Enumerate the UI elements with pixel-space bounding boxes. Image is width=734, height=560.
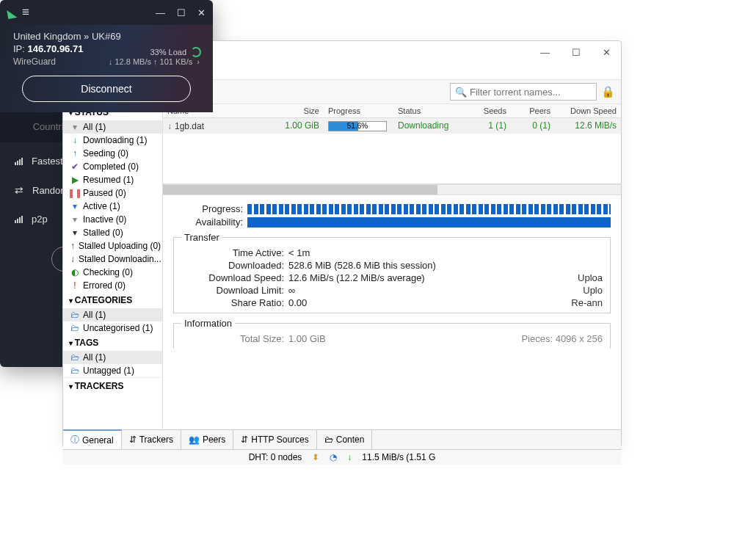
signal-icon [15, 158, 23, 165]
checking-icon: ◐ [70, 267, 79, 277]
col-size[interactable]: Size [276, 104, 324, 117]
category-all[interactable]: 🗁All (1) [63, 308, 162, 321]
sidebar-item-all[interactable]: ▾All (1) [63, 120, 162, 134]
vpn-logo-icon: ◣ [6, 5, 17, 21]
tab-general[interactable]: ⓘGeneral [63, 429, 122, 449]
filter-icon: ▾ [70, 214, 79, 225]
upload-icon: ↑ [70, 148, 79, 159]
disk-icon: ⬍ [312, 452, 319, 462]
download-icon: ↓ [347, 452, 352, 462]
col-peers[interactable]: Peers [511, 104, 555, 117]
col-progress[interactable]: Progress [324, 104, 393, 117]
download-icon: ↓ [70, 135, 79, 145]
tab-content[interactable]: 🗁Conten [317, 430, 373, 449]
transfer-legend: Transfer [181, 232, 222, 243]
torrent-list[interactable]: ↓1gb.dat 1.00 GiB 51.6% Downloading 1 (1… [163, 118, 621, 184]
check-icon: ✔ [70, 161, 79, 172]
col-status[interactable]: Status [393, 104, 467, 117]
pause-icon: ❚❚ [70, 188, 79, 198]
tag-all[interactable]: 🗁All (1) [63, 351, 162, 364]
section-trackers[interactable]: TRACKERS [63, 377, 162, 394]
torrent-row[interactable]: ↓1gb.dat 1.00 GiB 51.6% Downloading 1 (1… [163, 118, 621, 134]
upload-icon: ↑ [70, 241, 75, 251]
vpn-location: United Kingdom » UK#69 [13, 31, 200, 42]
hamburger-icon[interactable]: ≡ [22, 5, 29, 20]
download-speed: 11.5 MiB/s (1.51 G [362, 452, 435, 462]
folder-icon: 🗁 [70, 310, 79, 320]
play-icon: ▶ [70, 175, 79, 185]
http-icon: ⇵ [241, 434, 248, 445]
folder-icon: 🗁 [324, 434, 333, 445]
piece-progress-bar [247, 204, 611, 214]
vpn-close-button[interactable]: ✕ [197, 7, 206, 18]
filter-icon: ▾ [70, 122, 79, 132]
filter-icon: ▾ [70, 228, 79, 238]
section-tags[interactable]: TAGS [63, 335, 162, 351]
section-categories[interactable]: CATEGORIES [63, 292, 162, 308]
tag-untagged[interactable]: 🗁Untagged (1) [63, 364, 162, 377]
col-down[interactable]: Down Speed [555, 104, 621, 117]
vpn-hero: United Kingdom » UK#69 IP: 146.70.96.71 … [0, 25, 213, 112]
transfer-fieldset: Transfer Time Active:< 1m Downloaded:528… [173, 232, 611, 313]
load-ring-icon [191, 47, 201, 57]
shuffle-icon: ⇄ [15, 184, 23, 196]
vpn-load: 33% Load [150, 47, 201, 57]
status-bar: DHT: 0 nodes ⬍ ◔ ↓ 11.5 MiB/s (1.51 G [63, 449, 621, 465]
category-uncategorised[interactable]: 🗁Uncategorised (1) [63, 321, 162, 335]
progress-label: Progress: [173, 203, 243, 214]
search-icon: 🔍 [455, 87, 467, 98]
horizontal-scrollbar[interactable] [163, 184, 621, 194]
folder-icon: 🗁 [70, 352, 79, 363]
sidebar-item-checking[interactable]: ◐Checking (0) [63, 266, 162, 279]
search-box[interactable]: 🔍 [450, 83, 597, 101]
folder-icon: 🗁 [70, 323, 79, 333]
minimize-button[interactable]: — [536, 46, 554, 59]
vpn-protocol-row[interactable]: WireGuard ↓ 12.8 MB/s ↑ 101 KB/s › [13, 57, 200, 67]
detail-pane: Progress: Availability: Transfer Time Ac… [163, 194, 621, 429]
information-legend: Information [181, 318, 235, 329]
sidebar-item-stalled-up[interactable]: ↑Stalled Uploading (0) [63, 239, 162, 252]
vpn-titlebar: ◣ ≡ — ☐ ✕ [0, 0, 213, 25]
torrent-table-header: Name Size Progress Status Seeds Peers Do… [163, 104, 621, 118]
main-pane: Name Size Progress Status Seeds Peers Do… [163, 104, 621, 429]
maximize-button[interactable]: ☐ [567, 46, 585, 59]
tab-peers[interactable]: 👥Peers [181, 430, 233, 449]
signal-icon [15, 216, 23, 223]
sidebar-item-errored[interactable]: !Errored (0) [63, 279, 162, 292]
sidebar-item-downloading[interactable]: ↓Downloading (1) [63, 134, 162, 147]
sidebar-item-stalled[interactable]: ▾Stalled (0) [63, 226, 162, 239]
close-button[interactable]: ✕ [598, 46, 615, 59]
speed-icon: ◔ [330, 452, 337, 462]
filter-icon: ▾ [70, 201, 79, 211]
download-icon: ↓ [70, 254, 75, 264]
sidebar-item-stalled-down[interactable]: ↓Stalled Downloadin... [63, 252, 162, 266]
progress-bar: 51.6% [328, 121, 387, 131]
sidebar-item-inactive[interactable]: ▾Inactive (0) [63, 213, 162, 226]
information-fieldset: Information Total Size:1.00 GiBPieces: 4… [173, 318, 611, 349]
dht-status: DHT: 0 nodes [249, 452, 302, 462]
vpn-protocol: WireGuard [13, 57, 56, 67]
availability-label: Availability: [173, 217, 243, 228]
disconnect-button[interactable]: Disconnect [22, 76, 191, 102]
search-input[interactable] [470, 87, 593, 98]
col-seeds[interactable]: Seeds [467, 104, 511, 117]
vpn-speeds: ↓ 12.8 MB/s ↑ 101 KB/s › [109, 57, 200, 66]
sidebar[interactable]: STATUS ▾All (1) ↓Downloading (1) ↑Seedin… [63, 104, 163, 429]
tab-trackers[interactable]: ⇵Trackers [122, 430, 181, 449]
vpn-maximize-button[interactable]: ☐ [177, 7, 186, 18]
trackers-icon: ⇵ [129, 434, 137, 445]
vpn-minimize-button[interactable]: — [156, 7, 165, 18]
sidebar-item-seeding[interactable]: ↑Seeding (0) [63, 147, 162, 160]
info-icon: ⓘ [70, 434, 79, 446]
lock-icon[interactable]: 🔒 [601, 85, 615, 98]
error-icon: ! [70, 280, 79, 291]
sidebar-item-active[interactable]: ▾Active (1) [63, 200, 162, 213]
folder-icon: 🗁 [70, 366, 79, 376]
tab-http[interactable]: ⇵HTTP Sources [233, 430, 316, 449]
sidebar-item-resumed[interactable]: ▶Resumed (1) [63, 173, 162, 186]
peers-icon: 👥 [189, 434, 200, 445]
sidebar-item-paused[interactable]: ❚❚Paused (0) [63, 186, 162, 200]
detail-tabs: ⓘGeneral ⇵Trackers 👥Peers ⇵HTTP Sources … [63, 429, 621, 449]
availability-bar [247, 217, 611, 228]
sidebar-item-completed[interactable]: ✔Completed (0) [63, 160, 162, 173]
